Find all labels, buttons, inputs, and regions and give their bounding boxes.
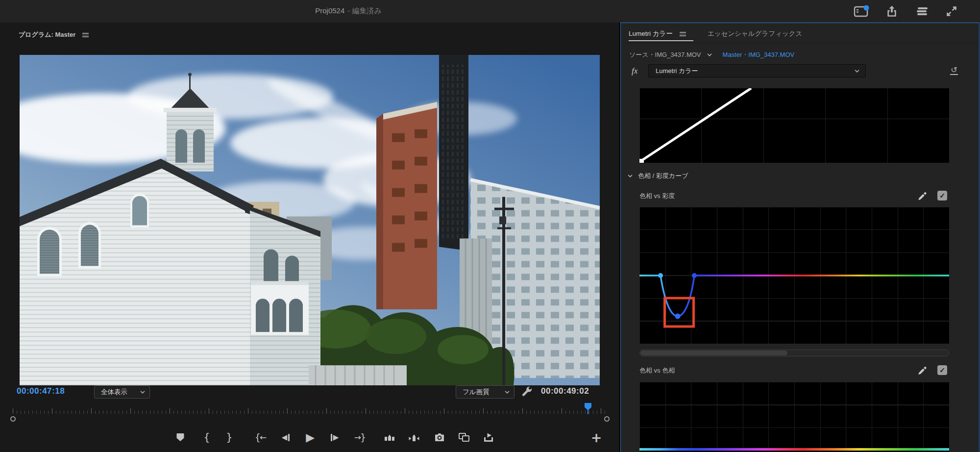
chevron-down-icon [855,70,859,73]
play-button[interactable]: ▶ [301,428,319,446]
add-button[interactable]: + [588,428,605,446]
reset-effect-button[interactable]: ↺ [948,65,960,77]
fx-icon: fx [632,66,637,76]
lumetri-color-panel: Lumetri カラー エッセンシャルグラフィックス ソース・IMG_3437.… [620,23,980,452]
hue-vs-sat-curve-editor[interactable] [639,207,949,344]
panel-horizontal-scrollbar[interactable] [639,350,949,356]
zoom-scroll-handle-right[interactable] [604,416,610,422]
effect-selector-dropdown[interactable]: Lumetri カラー [648,64,866,77]
step-forward-button[interactable]: ▶ [326,428,343,446]
program-monitor-title: プログラム: Master [19,30,75,39]
tab-lumetri-color[interactable]: Lumetri カラー [629,29,686,38]
lift-button[interactable] [381,428,398,446]
curve-point [692,273,697,278]
section-hue-saturation-curves[interactable]: 色相 / 彩度カーブ [628,172,688,180]
settings-wrench-icon[interactable] [520,385,534,399]
chevron-down-icon [707,53,712,56]
share-export-icon[interactable] [882,4,902,19]
panel-menu-icon[interactable] [82,33,89,37]
program-monitor-video [20,55,600,385]
go-to-in-button[interactable]: {← [252,428,270,446]
stacked-panels-icon[interactable] [912,4,932,19]
hue-vs-sat-enable-checkbox[interactable]: ✓ [937,191,947,201]
program-monitor-panel: プログラム: Master [0,23,619,452]
active-tab-underline [629,40,693,41]
time-ruler[interactable] [13,403,608,414]
workspace-icon[interactable] [852,4,871,19]
panel-tab-bar: Lumetri カラー エッセンシャルグラフィックス [621,23,979,43]
current-timecode[interactable]: 00:00:47:18 [17,386,65,396]
mark-out-button[interactable]: } [220,428,238,446]
hue-vs-hue-label: 色相 vs 色相 [639,366,675,375]
go-to-out-button[interactable]: →} [351,428,369,446]
window-title: Proj0524- 編集済み [315,6,382,16]
chevron-down-icon [140,391,145,394]
fullscreen-icon[interactable] [942,4,961,19]
source-clip-selector[interactable]: ソース・IMG_3437.MOV [629,50,701,59]
program-monitor-header: プログラム: Master [19,30,89,39]
sequence-end-timecode: 00:00:49:02 [541,386,589,396]
premiere-window: { "titlebar": { "title": "Proj0524", "ed… [0,0,980,452]
project-title: Proj0524 [315,6,344,15]
eyedropper-icon[interactable] [917,190,929,201]
export-frame-button[interactable] [431,428,448,446]
extract-button[interactable] [405,428,423,446]
chevron-down-icon [505,391,510,394]
scrollbar-thumb[interactable] [640,351,787,355]
hue-vs-sat-label: 色相 vs 彩度 [639,192,675,201]
clip-source-row: ソース・IMG_3437.MOV Master・IMG_3437.MOV [629,50,794,59]
edited-status: - 編集済み [347,6,382,15]
eyedropper-icon[interactable] [917,364,929,376]
tab-essential-graphics[interactable]: エッセンシャルグラフィックス [708,29,802,38]
hue-vs-hue-enable-checkbox[interactable]: ✓ [937,365,947,375]
master-clip-link[interactable]: Master・IMG_3437.MOV [723,50,795,59]
curve-point [658,273,663,278]
mark-in-button[interactable]: { [198,428,216,446]
title-bar: Proj0524- 編集済み [0,0,980,23]
playhead-stem [588,409,588,414]
chevron-down-icon [628,175,633,177]
hue-vs-hue-curve-editor[interactable] [639,382,949,452]
zoom-level-select[interactable]: 全体表示 [94,385,150,399]
panel-menu-icon[interactable] [680,32,686,36]
curve-point-selected [675,314,681,319]
rgb-curve-editor[interactable] [639,88,949,163]
zoom-scroll-handle-left[interactable] [10,416,16,422]
playback-quality-select[interactable]: フル画質 [456,385,514,399]
step-back-button[interactable]: ◀ [277,428,294,446]
quick-export-button[interactable] [480,428,497,446]
add-marker-button[interactable] [172,428,189,446]
comparison-view-button[interactable] [455,428,473,446]
